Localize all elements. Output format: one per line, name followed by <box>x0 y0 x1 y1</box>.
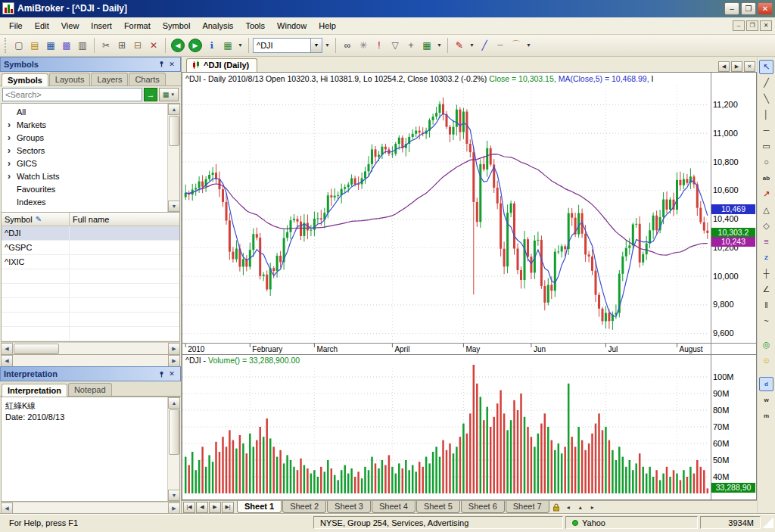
chart-canvas[interactable]: 11,20011,00010,80010,60010,40010,20010,0… <box>182 73 756 499</box>
alert-icon[interactable]: ! <box>372 38 387 53</box>
tab-scroll-right-icon[interactable]: ▶ <box>731 61 742 72</box>
pane-right-icon[interactable]: ▸ <box>587 502 599 512</box>
sheet-tab-2[interactable]: Sheet 2 <box>282 501 326 513</box>
symbol-column-header[interactable]: Symbol✎ <box>2 213 70 226</box>
copy-icon[interactable]: ⊞ <box>114 38 129 53</box>
tree-scrollbar[interactable]: ▲ ▼ <box>167 104 179 212</box>
interval-month-button[interactable]: m <box>759 409 773 423</box>
tab-close-icon[interactable]: ✕ <box>744 61 755 72</box>
close-icon[interactable]: ✕ <box>167 59 177 69</box>
text-tool[interactable]: ab <box>759 171 773 185</box>
tree-item-watch-lists[interactable]: ›Watch Lists <box>2 170 167 182</box>
toolbar-grip[interactable] <box>5 38 8 53</box>
scroll-up-icon[interactable]: ▲ <box>168 397 180 409</box>
tree-item-groups[interactable]: ›Groups <box>2 131 167 144</box>
highlight-pen-icon[interactable]: ✎ <box>452 38 467 53</box>
table-row-empty[interactable] <box>2 327 179 341</box>
menu-symbol[interactable]: Symbol <box>157 18 197 33</box>
menu-edit[interactable]: Edit <box>29 18 55 33</box>
interval-day-button[interactable]: d <box>759 377 773 391</box>
table-row-empty[interactable] <box>2 284 179 298</box>
tree-item-gics[interactable]: ›GICS <box>2 157 167 170</box>
comment-icon[interactable]: ☺ <box>759 353 773 368</box>
trend-line-tool[interactable]: ╱ <box>759 76 773 90</box>
interpretation-tab-notepad[interactable]: Notepad <box>68 383 112 396</box>
wizard-dropdown-icon[interactable]: ▼ <box>435 38 444 53</box>
back-icon[interactable]: ◀ <box>171 39 185 52</box>
pane-up-icon[interactable]: ▴ <box>574 502 587 512</box>
gann-tool[interactable]: ∠ <box>759 282 773 297</box>
scroll-up-icon[interactable]: ▲ <box>168 104 180 115</box>
horizontal-line-tool[interactable]: ─ <box>759 123 773 138</box>
menu-insert[interactable]: Insert <box>85 18 118 33</box>
zigzag-tool[interactable]: Z <box>759 250 773 265</box>
chevron-down-icon[interactable]: ▼ <box>310 39 322 52</box>
table-row-empty[interactable] <box>2 313 179 327</box>
sheet-tab-5[interactable]: Sheet 5 <box>416 501 460 513</box>
tree-item-indexes[interactable]: Indexes <box>2 195 167 208</box>
symbols-tab-charts[interactable]: Charts <box>129 73 165 86</box>
menu-view[interactable]: View <box>55 18 86 33</box>
resize-grip[interactable] <box>763 518 773 528</box>
menu-analysis[interactable]: Analysis <box>196 18 239 33</box>
ray-line-tool[interactable]: ╲ <box>759 92 773 106</box>
close-icon[interactable]: ✕ <box>167 369 177 379</box>
menu-window[interactable]: Window <box>271 18 313 33</box>
table-row[interactable]: ^DJI <box>2 226 179 241</box>
ellipse-tool[interactable]: ○ <box>759 155 773 170</box>
arrow-tool[interactable]: ↗ <box>759 187 773 201</box>
open-folder-icon[interactable]: ▤ <box>27 38 42 53</box>
chart-wizard-icon[interactable]: ▦ <box>419 38 434 53</box>
scroll-right-icon[interactable]: ▶ <box>168 343 180 355</box>
tools-icon[interactable]: + <box>403 38 419 53</box>
cut-icon[interactable]: ✂ <box>98 38 114 53</box>
channel-tool[interactable]: ‖ <box>759 298 773 313</box>
interpretation-scrollbar[interactable]: ▲ ▼ <box>167 397 179 501</box>
panel-hscrollbar[interactable]: ◀ ▶ <box>1 354 180 366</box>
quote-download-icon[interactable]: ◎ <box>759 338 773 352</box>
sheet-tab-3[interactable]: Sheet 3 <box>327 501 371 513</box>
interpretation-tab-interpretation[interactable]: Interpretation <box>2 384 67 397</box>
sheet-tab-1[interactable]: Sheet 1 <box>237 501 282 513</box>
menu-help[interactable]: Help <box>313 18 342 33</box>
symbols-tab-layouts[interactable]: Layouts <box>49 73 91 86</box>
info-icon[interactable]: ℹ <box>204 38 219 53</box>
magnet-icon[interactable]: ⌒ <box>509 38 524 53</box>
dotted-line-icon[interactable]: ┈ <box>493 38 508 53</box>
scroll-right-icon[interactable]: ▶ <box>168 355 180 367</box>
wave-tool[interactable]: ~ <box>759 314 773 328</box>
magnet-dropdown-icon[interactable]: ▼ <box>524 38 533 53</box>
menu-format[interactable]: Format <box>118 18 157 33</box>
paste-icon[interactable]: ⊟ <box>130 38 145 53</box>
save-icon[interactable]: ▦ <box>43 38 58 53</box>
symbols-tab-layers[interactable]: Layers <box>91 73 128 86</box>
pin-icon[interactable] <box>156 369 167 379</box>
edit-icon[interactable]: ✎ <box>36 215 42 223</box>
menu-tools[interactable]: Tools <box>239 18 271 33</box>
delete-icon[interactable]: ✕ <box>146 38 161 53</box>
print-icon[interactable]: ▥ <box>75 38 90 53</box>
vertical-line-tool[interactable]: │ <box>759 107 773 122</box>
first-sheet-icon[interactable]: |◀ <box>183 502 195 513</box>
chevron-right-icon[interactable]: › <box>8 132 17 143</box>
scroll-left-icon[interactable]: ◀ <box>1 502 13 515</box>
close-button[interactable]: ✕ <box>758 2 773 15</box>
symbol-table-header[interactable]: Symbol✎ Full name <box>2 213 179 226</box>
minimize-button[interactable]: – <box>724 2 739 15</box>
menu-file[interactable]: File <box>3 18 29 33</box>
sheet-tab-4[interactable]: Sheet 4 <box>372 501 416 513</box>
gears-icon[interactable]: ✳ <box>356 38 371 53</box>
table-row-empty[interactable] <box>2 269 179 284</box>
pen-dropdown-icon[interactable]: ▼ <box>468 38 476 53</box>
tree-item-markets[interactable]: ›Markets <box>2 118 167 131</box>
mdi-restore-button[interactable]: ❐ <box>746 20 758 31</box>
prev-sheet-icon[interactable]: ◀ <box>196 502 208 513</box>
pane-left-icon[interactable]: ◂ <box>562 502 574 512</box>
scrollbar-thumb[interactable] <box>14 344 59 354</box>
filter-icon[interactable]: ▽ <box>388 38 403 53</box>
table-row[interactable]: ^IXIC <box>2 255 179 269</box>
view-table-icon[interactable]: ▦ <box>220 38 235 53</box>
interval-week-button[interactable]: w <box>759 393 773 407</box>
last-sheet-icon[interactable]: ▶| <box>222 502 234 513</box>
rectangle-tool[interactable]: ▭ <box>759 139 773 154</box>
